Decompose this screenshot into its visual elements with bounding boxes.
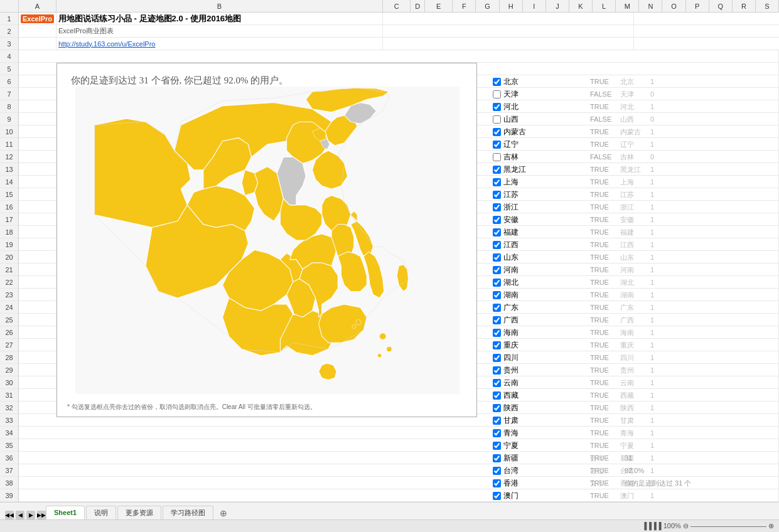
- tab-scroll-left-left[interactable]: ◀◀: [5, 511, 14, 519]
- rd-short-广西: 广西: [620, 316, 645, 325]
- exceed-value: 92.0%: [625, 467, 644, 474]
- checkbox-湖南[interactable]: [493, 291, 501, 299]
- checkbox-贵州[interactable]: [493, 366, 501, 375]
- tab-sheet1[interactable]: Sheet1: [46, 506, 85, 519]
- right-data-黑龙江: TRUE黑龙江1: [590, 163, 779, 176]
- tab-more-resources[interactable]: 更多资源: [117, 506, 161, 519]
- col-header-p: P: [686, 0, 709, 12]
- col-header-d: D: [411, 0, 424, 12]
- summary-exceed-row: 超过： 92.0%: [590, 464, 691, 477]
- rd-short-重庆: 重庆: [620, 341, 645, 350]
- checkbox-辽宁[interactable]: [493, 141, 501, 149]
- checkbox-广西[interactable]: [493, 316, 501, 324]
- row-num-33: 33: [0, 414, 18, 427]
- checkbox-香港[interactable]: [493, 479, 501, 487]
- province-label-广东: 广东: [503, 302, 529, 313]
- row-num-12: 12: [0, 151, 18, 163]
- rd-bool-海南: TRUE: [590, 329, 615, 336]
- tab-description[interactable]: 说明: [86, 506, 116, 519]
- row-num-7: 7: [0, 88, 18, 100]
- checkbox-黑龙江[interactable]: [493, 166, 501, 174]
- tab-scroll-left[interactable]: ◀: [16, 511, 24, 519]
- province-label-安徽: 安徽: [503, 215, 529, 225]
- row-num-35: 35: [0, 439, 18, 452]
- row-1: ExcelPro 用地图说话练习小品 - 足迹地图2.0 - 使用2016地图: [19, 13, 779, 25]
- rd-short-甘肃: 甘肃: [620, 416, 645, 425]
- checkbox-浙江[interactable]: [493, 203, 501, 211]
- rd-num-浙江: 1: [650, 203, 663, 211]
- right-data-浙江: TRUE浙江1: [590, 201, 779, 213]
- right-data-江苏: TRUE江苏1: [590, 188, 779, 201]
- checkbox-云南[interactable]: [493, 379, 501, 387]
- checkbox-山西[interactable]: [493, 115, 501, 124]
- chart-container: 你的足迹到达过 31 个省份, 你已超过 92.0% 的用户。: [56, 63, 477, 417]
- col-header-n: N: [639, 0, 662, 12]
- checkbox-西藏[interactable]: [493, 391, 501, 400]
- checkbox-内蒙古[interactable]: [493, 128, 501, 136]
- province-label-台湾: 台湾: [503, 466, 529, 476]
- rd-num-广东: 1: [650, 304, 663, 311]
- checkbox-青海[interactable]: [493, 429, 501, 437]
- province-label-山西: 山西: [503, 114, 529, 125]
- rd-num-上海: 1: [650, 178, 663, 186]
- row-num-4: 4: [0, 50, 18, 63]
- right-data-广西: TRUE广西1: [590, 314, 779, 326]
- checkbox-福建[interactable]: [493, 228, 501, 237]
- checkbox-山东[interactable]: [493, 253, 501, 262]
- rd-short-浙江: 浙江: [620, 203, 645, 212]
- right-data-湖南: TRUE湖南1: [590, 289, 779, 301]
- rd-num-甘肃: 1: [650, 417, 663, 424]
- col-header-k: K: [569, 0, 593, 12]
- province-label-湖南: 湖南: [503, 290, 529, 301]
- checkbox-澳门[interactable]: [493, 492, 501, 500]
- row-num-10: 10: [0, 125, 18, 138]
- checkbox-上海[interactable]: [493, 178, 501, 186]
- checkbox-台湾[interactable]: [493, 467, 501, 475]
- row-num-34: 34: [0, 427, 18, 439]
- row-num-2: 2: [0, 25, 18, 38]
- right-data-甘肃: TRUE甘肃1: [590, 414, 779, 427]
- add-sheet-button[interactable]: ⊕: [217, 507, 230, 519]
- checkbox-重庆[interactable]: [493, 341, 501, 349]
- checkbox-陕西[interactable]: [493, 404, 501, 412]
- rd-bool-吉林: FALSE: [590, 153, 615, 161]
- col-header-q: Q: [709, 0, 733, 12]
- checkbox-甘肃[interactable]: [493, 417, 501, 425]
- checkbox-湖北[interactable]: [493, 279, 501, 287]
- checkbox-安徽[interactable]: [493, 216, 501, 224]
- checkbox-天津[interactable]: [493, 90, 501, 98]
- checkbox-宁夏[interactable]: [493, 442, 501, 450]
- right-data-青海: TRUE青海1: [590, 427, 779, 439]
- checkbox-吉林[interactable]: [493, 153, 501, 161]
- tab-scroll-right[interactable]: ▶: [26, 511, 35, 519]
- checkbox-北京[interactable]: [493, 78, 501, 86]
- row-num-37: 37: [0, 464, 18, 477]
- rd-bool-云南: TRUE: [590, 379, 615, 386]
- checkbox-广东[interactable]: [493, 304, 501, 312]
- right-data-海南: TRUE海南1: [590, 326, 779, 339]
- rd-num-陕西: 1: [650, 404, 663, 412]
- website-link[interactable]: http://study.163.com/u/ExcelPro: [58, 40, 155, 48]
- checkbox-河南[interactable]: [493, 266, 501, 274]
- checkbox-江西[interactable]: [493, 241, 501, 249]
- rd-short-宁夏: 宁夏: [620, 441, 645, 450]
- summary-note-row: 超过的数据为简单虚拟: [590, 499, 691, 502]
- rd-short-贵州: 贵州: [620, 366, 645, 375]
- tab-learning-path[interactable]: 学习路径图: [163, 506, 213, 519]
- checkbox-四川[interactable]: [493, 354, 501, 362]
- row-num-8: 8: [0, 100, 18, 113]
- province-label-山东: 山东: [503, 252, 529, 263]
- checkbox-河北[interactable]: [493, 103, 501, 111]
- tab-scroll-right-right[interactable]: ▶▶: [37, 511, 46, 519]
- row-num-39: 39: [0, 489, 18, 502]
- rd-num-海南: 1: [650, 329, 663, 336]
- checkbox-海南[interactable]: [493, 329, 501, 337]
- svg-point-1: [380, 333, 386, 339]
- province-label-福建: 福建: [503, 227, 529, 238]
- checkbox-江苏[interactable]: [493, 191, 501, 199]
- cell-b1: 用地图说话练习小品 - 足迹地图2.0 - 使用2016地图: [56, 13, 383, 24]
- checkbox-新疆[interactable]: [493, 454, 501, 462]
- col-header-l: L: [593, 0, 616, 12]
- rd-num-福建: 1: [650, 228, 663, 236]
- row-num-5: 5: [0, 63, 18, 75]
